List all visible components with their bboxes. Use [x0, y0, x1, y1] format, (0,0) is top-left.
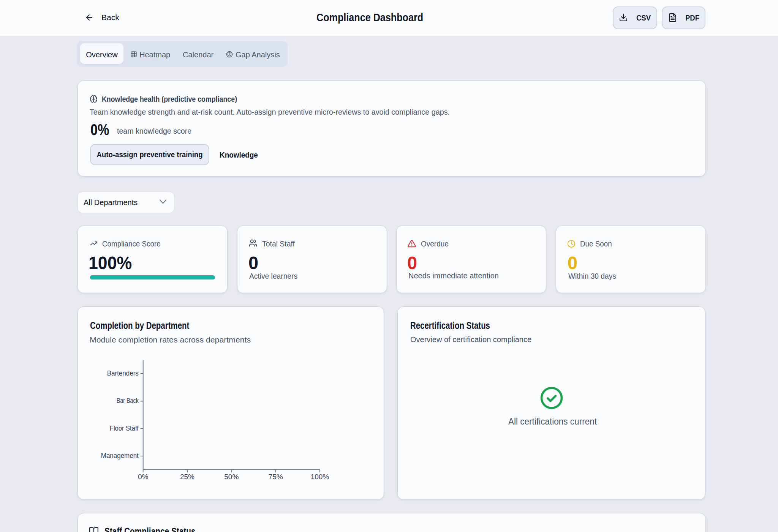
svg-text:100%: 100%	[311, 473, 329, 481]
svg-text:Bar Back: Bar Back	[117, 396, 139, 404]
svg-text:Bartenders: Bartenders	[107, 369, 139, 377]
svg-text:0%: 0%	[138, 473, 149, 481]
svg-text:50%: 50%	[224, 473, 239, 481]
svg-text:25%: 25%	[180, 473, 194, 481]
svg-text:Management: Management	[101, 451, 139, 459]
svg-text:75%: 75%	[269, 473, 283, 481]
svg-text:Floor Staff: Floor Staff	[110, 424, 139, 432]
